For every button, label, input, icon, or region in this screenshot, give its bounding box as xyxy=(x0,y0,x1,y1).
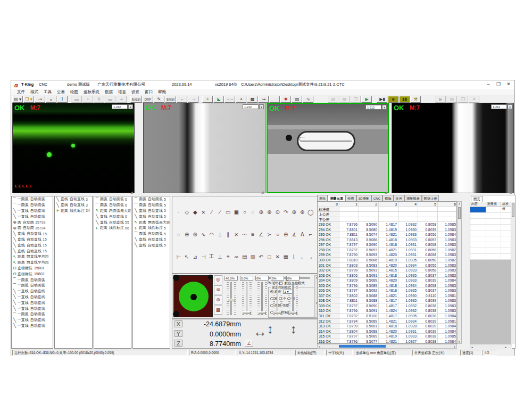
measure-tool-icon[interactable]: ⌞ xyxy=(298,254,307,260)
play2-button[interactable]: ▶ xyxy=(435,96,446,103)
save-run-button[interactable]: ▤ xyxy=(328,96,338,103)
list-item[interactable]: Ө直径标注15802 xyxy=(12,271,53,277)
list-item[interactable]: ╲***直线自动直线 xyxy=(12,317,53,323)
resize-grip-icon[interactable]: ◢ xyxy=(130,190,133,194)
figure-rows[interactable] xyxy=(470,207,512,260)
menu-item-绘图[interactable]: 绘图 xyxy=(68,89,81,95)
camera-selector[interactable]: 1-212 xyxy=(365,105,381,110)
measure-tool-icon[interactable]: ⊢ xyxy=(174,254,183,260)
measure-tool-icon[interactable]: A xyxy=(298,232,307,237)
measure-tool-icon[interactable]: ⊖ xyxy=(282,232,290,237)
tab-测量元素[interactable]: 测量元素 xyxy=(328,195,345,201)
table-hscrollbar[interactable]: ◂▸ xyxy=(317,344,457,349)
tab-夹具[interactable]: 夹具 xyxy=(394,195,404,201)
tab-CNC[interactable]: CNC xyxy=(371,195,383,201)
tab-测量报表[interactable]: 测量报表 xyxy=(404,195,422,201)
list-item[interactable]: ╲直线自动直线5 xyxy=(133,242,170,248)
play-to-end-button[interactable]: ▶▮ xyxy=(377,96,387,103)
measurement-grid[interactable]: 0123456标准值上公差下公差293 OK7.87968.50901.4817… xyxy=(317,201,457,344)
table-row[interactable]: 307 OK7.88028.50881.48211.09300.81101.09… xyxy=(318,293,456,299)
minus-minus-button[interactable]: – – xyxy=(225,96,235,103)
camera-selector-arrow-icon[interactable]: ▾ xyxy=(128,104,133,109)
menu-item-文件[interactable]: 文件 xyxy=(14,89,28,95)
table-row[interactable]: 296 OK7.88138.50861.48181.09330.80571.09… xyxy=(318,237,456,243)
list-item[interactable]: ╲***直线自动直线 xyxy=(12,213,53,219)
measure-tool-icon[interactable]: ∕ xyxy=(216,209,225,215)
list-item[interactable]: ╲***直线自动直线 xyxy=(12,300,53,306)
measure-tool-icon[interactable]: ∕ xyxy=(207,209,216,215)
list-item[interactable]: ⌒圆弧自动圆弧6 xyxy=(94,196,131,202)
table-row[interactable]: 309 OK7.87978.50901.48171.09320.80381.09… xyxy=(318,303,456,309)
list-item[interactable]: ╲直线自动直线5 xyxy=(133,213,170,219)
list-item[interactable]: ⌒***圆弧自动圆弧 xyxy=(12,196,53,202)
measure-tool-icon[interactable]: ≡ xyxy=(249,232,257,237)
list-item[interactable]: ⌒圆弧自动圆弧5 xyxy=(133,202,170,208)
measure-tool-icon[interactable]: ⊕ xyxy=(183,232,192,237)
measure-tool-icon[interactable]: ↷ xyxy=(282,209,290,215)
measure-tool-icon[interactable]: ▣ xyxy=(232,209,241,215)
measure-tool-icon[interactable]: ⊕ xyxy=(257,209,265,215)
list-item[interactable]: ╲直线自动直线6 xyxy=(94,213,131,219)
open-button[interactable]: ❒ ▾ xyxy=(23,96,34,103)
list-item[interactable]: ⌒圆弧自动圆弧5 xyxy=(133,196,170,202)
pen-edit-button[interactable]: ✎ xyxy=(154,96,164,103)
print-button[interactable]: ❒ xyxy=(458,96,468,103)
cut-button[interactable]: ✕ xyxy=(469,96,479,103)
list-item[interactable]: ╲***直线自动直线 xyxy=(12,294,53,300)
menu-item-窗口[interactable]: 窗口 xyxy=(142,89,155,95)
table-row[interactable]: 293 OK7.87968.50901.48171.09320.80581.09… xyxy=(318,222,456,227)
figure-row[interactable] xyxy=(470,213,512,219)
table-row[interactable]: 304 OK7.88098.50891.48201.09330.80391.09… xyxy=(318,278,456,283)
list-item[interactable]: ⊕圆自动圆15794 xyxy=(12,225,53,231)
ring-light-preview[interactable] xyxy=(173,275,213,317)
stop-button[interactable]: ■ xyxy=(388,96,398,103)
table-row[interactable]: 294 OK7.88018.50801.48191.09300.80391.09… xyxy=(318,227,456,233)
measure-tool-icon[interactable]: ⌟ xyxy=(306,254,315,260)
tab-测头[interactable]: 测头 xyxy=(317,195,328,201)
table-row[interactable]: 311 OK7.87928.51001.48171.09350.80381.09… xyxy=(318,314,456,319)
measure-tool-icon[interactable]: ⊥ xyxy=(216,232,225,237)
camera-selector-arrow-icon[interactable]: ▾ xyxy=(259,104,264,109)
figure-row[interactable] xyxy=(470,230,512,236)
table-row[interactable]: 313 OK7.87998.50811.48181.09280.80391.09… xyxy=(318,324,456,329)
tab-模板[interactable]: 模板 xyxy=(383,195,393,201)
camera-selector-arrow-icon[interactable]: ▾ xyxy=(382,105,387,110)
list-item[interactable]: ⌒圆弧自动圆弧5 xyxy=(133,231,170,237)
measure-tool-icon[interactable]: ↖ xyxy=(183,254,192,260)
list-item[interactable]: ╲直线自动直线5 xyxy=(133,208,170,214)
figure-vscrollbar[interactable] xyxy=(511,202,515,344)
vscroll-thumb[interactable] xyxy=(458,207,461,219)
measure-tool-icon[interactable]: ○ xyxy=(240,209,249,215)
jog-z-icon[interactable]: ↕ xyxy=(290,322,297,336)
measure-tool-icon[interactable]: ∡ xyxy=(290,232,298,237)
menu-item-坐标系统[interactable]: 坐标系统 xyxy=(81,89,102,95)
table-row[interactable]: 298 OK7.87978.50931.48211.09310.80581.09… xyxy=(318,248,456,253)
measure-tool-icon[interactable]: ⋯ xyxy=(240,232,249,237)
light-bulb-button[interactable]: ☀ xyxy=(202,96,213,103)
tab-3D测量[interactable]: 3D测量 xyxy=(356,195,371,201)
menu-item-模式[interactable]: 模式 xyxy=(28,89,41,95)
table-row[interactable]: 314 OK7.88048.50881.48201.09310.80391.09… xyxy=(318,329,456,334)
angle-jog-button[interactable]: ∠ xyxy=(245,340,253,347)
measure-tool-icon[interactable]: ⌐ xyxy=(306,232,315,237)
jog-xy-vertical-icon[interactable]: ↕ xyxy=(267,322,273,336)
measure-tool-icon[interactable]: ⊛ xyxy=(298,209,307,215)
light-slider[interactable]: 0% xyxy=(255,276,269,317)
arrow-right-button[interactable]: → xyxy=(188,96,198,103)
menu-item-公差[interactable]: 公差 xyxy=(54,89,68,95)
dither-button[interactable]: ▨ xyxy=(292,96,302,103)
measure-tool-icon[interactable]: ▭ xyxy=(224,209,232,215)
save2-button[interactable]: ▤ xyxy=(446,96,457,103)
resize-grip-icon[interactable]: ◢ xyxy=(261,190,264,194)
table-row[interactable]: 305 OK7.87968.50891.48181.09340.80581.09… xyxy=(318,283,456,289)
measure-tool-icon[interactable]: ∠ xyxy=(257,232,265,237)
measure-tool-icon[interactable]: ⊥ xyxy=(216,254,225,260)
measure-tool-icon[interactable]: ⨯ xyxy=(200,209,208,215)
beam-button[interactable]: Ⅰ xyxy=(57,96,68,103)
list-item[interactable]: Ⱶ距离线性标注5 xyxy=(133,225,170,231)
list-item[interactable]: ╲直线自动直线3 xyxy=(55,196,92,202)
light-slider[interactable]: 0.0% xyxy=(240,276,254,317)
table-row[interactable]: 299 OK7.87908.50931.48201.09310.80581.09… xyxy=(318,252,456,258)
camera-selector-arrow-icon[interactable]: ▾ xyxy=(508,104,512,109)
measure-tool-icon[interactable]: 工 xyxy=(207,253,216,260)
